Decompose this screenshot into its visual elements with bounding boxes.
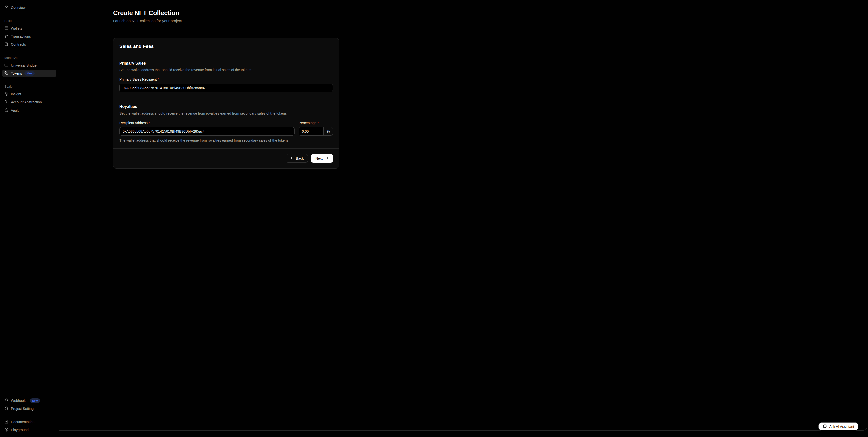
next-button[interactable]: Next: [311, 154, 333, 163]
primary-sales-recipient-label: Primary Sales Recipient*: [119, 77, 333, 82]
percent-suffix: %: [323, 127, 333, 135]
sidebar-item-label: Account Abstraction: [11, 100, 42, 104]
royalties-section: Royalties Set the wallet address should …: [113, 98, 339, 149]
sidebar-section-scale: Scale: [4, 85, 54, 88]
sidebar: Overview Build Wallets Transactions Cont…: [0, 0, 58, 198]
royalty-recipient-input[interactable]: [119, 127, 294, 136]
required-asterisk: *: [149, 121, 150, 125]
sidebar-item-label: Tokens: [11, 71, 22, 75]
royalty-recipient-label: Recipient Address*: [119, 121, 294, 125]
sidebar-item-label: Insight: [11, 92, 21, 96]
sidebar-item-overview[interactable]: Overview: [2, 4, 56, 11]
sales-and-fees-card: Sales and Fees Primary Sales Set the wal…: [113, 38, 339, 168]
back-button[interactable]: Back: [286, 154, 308, 163]
sidebar-item-account-abstraction[interactable]: Account Abstraction: [2, 98, 56, 106]
page-header: Create NFT Collection Launch an NFT coll…: [59, 0, 394, 30]
sidebar-item-vault[interactable]: Vault: [2, 106, 56, 114]
arrows-left-right-icon: [4, 34, 8, 39]
new-badge: New: [24, 71, 35, 75]
primary-sales-heading: Primary Sales: [119, 61, 333, 66]
royalties-heading: Royalties: [119, 104, 333, 109]
sidebar-item-universal-bridge[interactable]: Universal Bridge: [2, 62, 56, 69]
credit-card-icon: [4, 63, 8, 68]
royalty-percentage-label: Percentage*: [299, 121, 333, 125]
divider: [3, 80, 55, 80]
sidebar-item-label: Overview: [11, 5, 25, 9]
primary-sales-recipient-input[interactable]: [119, 84, 333, 92]
sidebar-item-label: Universal Bridge: [11, 63, 37, 67]
royalty-helper-text: The wallet address that should receive t…: [119, 138, 333, 143]
card-title: Sales and Fees: [113, 38, 339, 55]
card-footer: Back Next: [113, 149, 339, 168]
main-content: Create NFT Collection Launch an NFT coll…: [59, 0, 394, 198]
coins-icon: [4, 71, 8, 76]
sidebar-spacer: [1, 114, 57, 198]
divider: [3, 51, 55, 51]
sidebar-item-label: Contracts: [11, 42, 26, 46]
arrow-right-icon: [325, 156, 329, 161]
royalties-description: Set the wallet address should receive th…: [119, 111, 333, 115]
page-subtitle: Launch an NFT collection for your projec…: [113, 19, 394, 23]
package-search-icon: [4, 92, 8, 97]
wallet-icon: [4, 26, 8, 31]
sidebar-item-insight[interactable]: Insight: [2, 90, 56, 98]
home-icon: [4, 5, 8, 10]
sidebar-item-label: Vault: [11, 108, 19, 112]
document-icon: [4, 42, 8, 47]
royalty-percentage-input[interactable]: [299, 127, 323, 135]
arrow-left-icon: [290, 156, 294, 161]
sidebar-item-contracts[interactable]: Contracts: [2, 41, 56, 48]
page-title: Create NFT Collection: [113, 9, 394, 17]
sidebar-item-wallets[interactable]: Wallets: [2, 25, 56, 32]
percentage-input-group: %: [299, 127, 333, 136]
lock-icon: [4, 108, 8, 113]
sidebar-item-label: Wallets: [11, 26, 22, 30]
sidebar-section-monetize: Monetize: [4, 56, 54, 60]
royalties-fields-row: Recipient Address* Percentage* %: [119, 115, 333, 136]
sidebar-item-transactions[interactable]: Transactions: [2, 33, 56, 40]
required-asterisk: *: [158, 77, 159, 82]
next-button-label: Next: [315, 156, 323, 160]
back-button-label: Back: [296, 156, 304, 160]
primary-sales-description: Set the wallet address that should recei…: [119, 68, 333, 72]
sidebar-section-build: Build: [4, 19, 54, 23]
sidebar-item-tokens[interactable]: Tokens New: [2, 69, 56, 77]
sidebar-item-label: Transactions: [11, 34, 31, 38]
smart-wallet-icon: [4, 100, 8, 105]
primary-sales-section: Primary Sales Set the wallet address tha…: [113, 55, 339, 98]
required-asterisk: *: [318, 121, 319, 125]
